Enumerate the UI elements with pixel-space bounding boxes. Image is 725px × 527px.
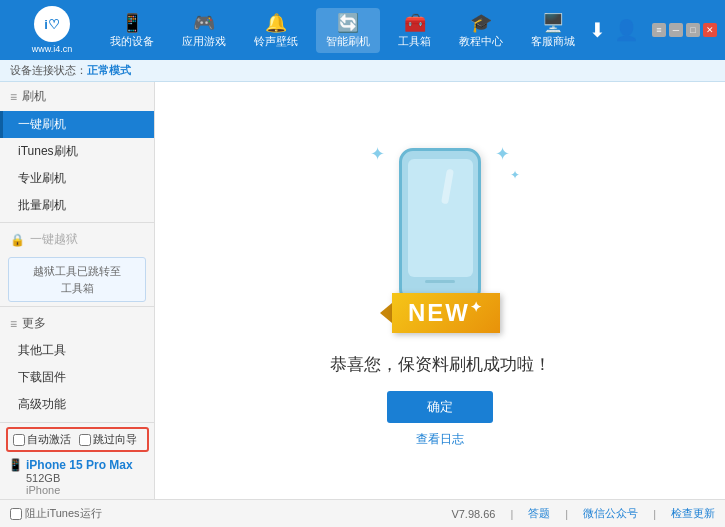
success-message: 恭喜您，保资料刷机成功啦！ [330, 353, 551, 376]
one-key-flash-label: 一键刷机 [18, 117, 66, 131]
user-icon[interactable]: 👤 [614, 18, 639, 42]
nav-ringtones-label: 铃声壁纸 [254, 34, 298, 49]
sparkle-left-icon: ✦ [370, 143, 385, 165]
other-tools-label: 其他工具 [18, 343, 66, 357]
ringtone-icon: 🔔 [265, 12, 287, 34]
download-firmware-label: 下载固件 [18, 370, 66, 384]
jailbreak-label: 一键越狱 [30, 231, 78, 248]
device-phone-icon: 📱 [8, 458, 23, 472]
itunes-label: 阻止iTunes运行 [25, 506, 102, 521]
phone-icon: 📱 [121, 12, 143, 34]
guided-setup-checkbox-label[interactable]: 跳过向导 [79, 432, 137, 447]
sidebar-item-download-firmware[interactable]: 下载固件 [0, 364, 154, 391]
sidebar-jailbreak-section: 🔒 一键越狱 [0, 226, 154, 253]
check-update-label[interactable]: 检查更新 [671, 506, 715, 521]
version-label: V7.98.66 [451, 508, 495, 520]
nav-apps-games-label: 应用游戏 [182, 34, 226, 49]
sidebar-item-batch-flash[interactable]: 批量刷机 [0, 192, 154, 219]
pro-flash-label: 专业刷机 [18, 171, 66, 185]
sidebar-item-itunes-flash[interactable]: iTunes刷机 [0, 138, 154, 165]
nav-smart-flash[interactable]: 🔄 智能刷机 [316, 8, 380, 53]
services-icon: 🖥️ [542, 12, 564, 34]
phone-illustration: ✦ ✦ ✦ NEW✦ [340, 133, 540, 343]
device-name: iPhone 15 Pro Max [26, 458, 133, 472]
bottom-bar: 阻止iTunes运行 V7.98.66 | 答题 | 微信公众号 | 检查更新 [0, 499, 725, 527]
jailbreak-notice: 越狱工具已跳转至 工具箱 [8, 257, 146, 302]
device-name-row: 📱 iPhone 15 Pro Max [8, 458, 147, 472]
phone-body [399, 148, 481, 303]
banner-left-arrow [380, 303, 392, 323]
main-content: ✦ ✦ ✦ NEW✦ [155, 82, 725, 499]
sidebar-item-one-key-flash[interactable]: 一键刷机 [0, 111, 154, 138]
tutorials-icon: 🎓 [470, 12, 492, 34]
nav-toolbox-label: 工具箱 [398, 34, 431, 49]
new-badge: NEW✦ [392, 293, 500, 333]
download-icon[interactable]: ⬇ [589, 18, 606, 42]
phone-screen [408, 159, 473, 277]
guided-setup-label: 跳过向导 [93, 432, 137, 447]
auto-activate-label: 自动激活 [27, 432, 71, 447]
sparkle-right-icon: ✦ [495, 143, 510, 165]
win-min-button[interactable]: ─ [669, 23, 683, 37]
confirm-button[interactable]: 确定 [387, 391, 493, 423]
nav-services-label: 客服商城 [531, 34, 575, 49]
guided-setup-checkbox[interactable] [79, 434, 91, 446]
win-close-button[interactable]: ✕ [703, 23, 717, 37]
sparkle-small-icon: ✦ [510, 168, 520, 182]
nav-smart-flash-label: 智能刷机 [326, 34, 370, 49]
device-type: iPhone [8, 484, 147, 496]
auto-activate-checkbox-label[interactable]: 自动激活 [13, 432, 71, 447]
view-log-link[interactable]: 查看日志 [416, 431, 464, 448]
logo-text: i♡ [44, 17, 60, 32]
itunes-checkbox[interactable] [10, 508, 22, 520]
device-panel: 自动激活 跳过向导 📱 iPhone 15 Pro Max 512GB iPho… [0, 422, 155, 499]
advanced-label: 高级功能 [18, 397, 66, 411]
status-prefix: 设备连接状态： [10, 63, 87, 78]
new-banner-container: NEW✦ [380, 293, 500, 333]
win-max-button[interactable]: □ [686, 23, 700, 37]
phone-home-bar [425, 280, 455, 283]
sidebar: ≡ 刷机 一键刷机 iTunes刷机 专业刷机 批量刷机 🔒 一键越狱 [0, 82, 155, 499]
more-section-label: 更多 [22, 315, 46, 332]
device-storage: 512GB [8, 472, 147, 484]
nav-my-device-label: 我的设备 [110, 34, 154, 49]
new-star: ✦ [470, 299, 484, 315]
batch-flash-label: 批量刷机 [18, 198, 66, 212]
sidebar-item-pro-flash[interactable]: 专业刷机 [0, 165, 154, 192]
logo-icon: i♡ [34, 6, 70, 42]
nav-ringtones[interactable]: 🔔 铃声壁纸 [244, 8, 308, 53]
nav-apps-games[interactable]: 🎮 应用游戏 [172, 8, 236, 53]
feedback-label[interactable]: 答题 [528, 506, 550, 521]
toolbox-icon: 🧰 [404, 12, 426, 34]
win-settings-button[interactable]: ≡ [652, 23, 666, 37]
logo-area: i♡ www.i4.cn [8, 6, 96, 54]
wechat-label[interactable]: 微信公众号 [583, 506, 638, 521]
flash-icon: 🔄 [337, 12, 359, 34]
sidebar-item-advanced[interactable]: 高级功能 [0, 391, 154, 418]
nav-toolbox[interactable]: 🧰 工具箱 [388, 8, 441, 53]
nav-services[interactable]: 🖥️ 客服商城 [521, 8, 585, 53]
apps-icon: 🎮 [193, 12, 215, 34]
auto-activate-row: 自动激活 跳过向导 [6, 427, 149, 452]
nav-tutorials[interactable]: 🎓 教程中心 [449, 8, 513, 53]
logo-subtitle: www.i4.cn [32, 44, 73, 54]
status-bar: 设备连接状态： 正常模式 [0, 60, 725, 82]
nav-tutorials-label: 教程中心 [459, 34, 503, 49]
auto-activate-checkbox[interactable] [13, 434, 25, 446]
new-text: NEW [408, 299, 470, 326]
sidebar-flash-section: ≡ 刷机 [0, 82, 154, 111]
status-value: 正常模式 [87, 63, 131, 78]
notice-line2: 工具箱 [61, 282, 94, 294]
itunes-flash-label: iTunes刷机 [18, 144, 78, 158]
device-info: 📱 iPhone 15 Pro Max 512GB iPhone [0, 456, 155, 499]
sidebar-more-section: ≡ 更多 [0, 310, 154, 337]
notice-line1: 越狱工具已跳转至 [33, 265, 121, 277]
itunes-checkbox-label[interactable]: 阻止iTunes运行 [10, 506, 102, 521]
nav-my-device[interactable]: 📱 我的设备 [100, 8, 164, 53]
sidebar-item-other-tools[interactable]: 其他工具 [0, 337, 154, 364]
sidebar-flash-label: 刷机 [22, 88, 46, 105]
